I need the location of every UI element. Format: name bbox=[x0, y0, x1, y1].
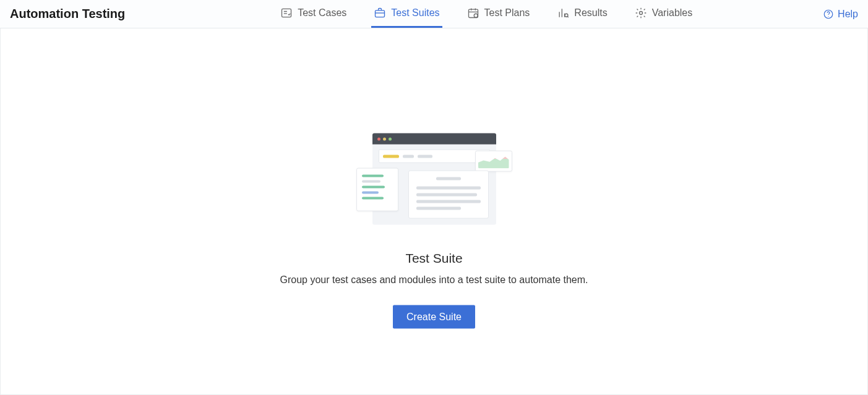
empty-state-illustration bbox=[360, 134, 509, 232]
gear-icon bbox=[635, 7, 647, 19]
nav-label: Test Plans bbox=[484, 7, 530, 19]
empty-state-description: Group your test cases and modules into a… bbox=[236, 274, 632, 286]
main-content: Test Suite Group your test cases and mod… bbox=[0, 28, 868, 395]
list-check-icon bbox=[280, 7, 293, 19]
calendar-icon bbox=[467, 7, 479, 19]
help-link[interactable]: Help bbox=[823, 9, 858, 20]
svg-rect-0 bbox=[282, 9, 291, 17]
tab-results[interactable]: Results bbox=[554, 0, 609, 28]
create-suite-button[interactable]: Create Suite bbox=[393, 305, 475, 329]
empty-state: Test Suite Group your test cases and mod… bbox=[236, 134, 632, 329]
svg-point-3 bbox=[474, 14, 478, 17]
tab-test-plans[interactable]: Test Plans bbox=[465, 0, 533, 28]
tab-test-suites[interactable]: Test Suites bbox=[371, 0, 442, 28]
bar-chart-icon bbox=[557, 7, 569, 19]
nav-label: Variables bbox=[652, 7, 693, 19]
primary-nav: Test Cases Test Suites Test Plans bbox=[150, 0, 823, 28]
tab-variables[interactable]: Variables bbox=[632, 0, 695, 28]
svg-point-5 bbox=[639, 12, 642, 15]
svg-rect-1 bbox=[376, 11, 385, 17]
page-title: Automation Testing bbox=[10, 7, 125, 21]
nav-label: Test Suites bbox=[391, 7, 439, 19]
tab-test-cases[interactable]: Test Cases bbox=[278, 0, 349, 28]
help-label: Help bbox=[838, 9, 858, 20]
empty-state-title: Test Suite bbox=[236, 251, 632, 266]
briefcase-icon bbox=[374, 7, 386, 19]
svg-point-7 bbox=[828, 16, 828, 17]
help-icon bbox=[823, 9, 834, 20]
header-bar: Automation Testing Test Cases Test Su bbox=[0, 0, 868, 28]
nav-label: Test Cases bbox=[298, 7, 346, 19]
nav-label: Results bbox=[574, 7, 607, 19]
